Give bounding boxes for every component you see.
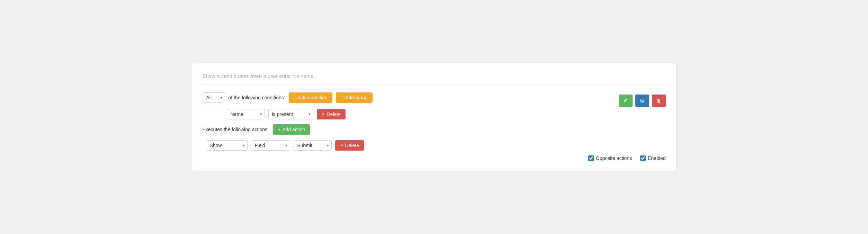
copy-button[interactable]: ⧉: [635, 94, 649, 107]
action-target-select-wrap: Submit Name Email: [294, 140, 332, 151]
opposite-actions-label: Opposite actions: [596, 155, 632, 161]
rule-card: Show submit button when a user enter his…: [192, 63, 677, 171]
bottom-right: Opposite actions Enabled: [203, 155, 666, 161]
trash-icon: 🗑: [656, 98, 661, 104]
action-target-select[interactable]: Submit Name Email: [294, 140, 332, 151]
check-icon: ✓: [623, 97, 628, 105]
action-row: Show Hide Enable Disable Field Component…: [203, 140, 666, 151]
operator-select-wrap: is present is not present equals not equ…: [268, 109, 313, 119]
add-condition-button[interactable]: + Add condition: [289, 92, 332, 103]
delete-rule-button[interactable]: 🗑: [652, 94, 666, 107]
plus-icon-group: +: [341, 95, 343, 100]
action-type-select[interactable]: Show Hide Enable Disable: [206, 140, 248, 151]
action-field-type-select[interactable]: Field Component Page: [251, 140, 290, 151]
condition-delete-label: Delete: [327, 111, 341, 117]
action-delete-label: Delete: [345, 143, 359, 148]
opposite-actions-checkbox[interactable]: [588, 155, 594, 161]
copy-icon: ⧉: [640, 98, 644, 104]
x-icon-condition: ✕: [322, 112, 325, 117]
action-delete-button[interactable]: ✕ Delete: [335, 140, 364, 151]
condition-delete-button[interactable]: ✕ Delete: [317, 109, 346, 119]
all-select[interactable]: All Any: [203, 92, 225, 103]
add-action-button[interactable]: + Add action: [273, 124, 310, 135]
executes-row: Executes the following actions: + Add ac…: [203, 124, 666, 135]
add-group-button[interactable]: + Add group: [336, 92, 373, 103]
of-following-text: of the following conditions:: [229, 95, 285, 100]
x-icon-action: ✕: [340, 143, 343, 148]
enabled-checkbox[interactable]: [640, 155, 646, 161]
action-field-type-select-wrap: Field Component Page: [251, 140, 290, 151]
executes-label: Executes the following actions:: [203, 127, 269, 132]
action-type-select-wrap: Show Hide Enable Disable: [206, 140, 248, 151]
rule-title: Show submit button when a user enter his…: [203, 73, 666, 85]
toolbar-right: ✓ ⧉ 🗑: [619, 94, 666, 107]
opposite-actions-checkbox-label[interactable]: Opposite actions: [588, 155, 632, 161]
add-group-label: Add group: [345, 95, 368, 100]
operator-select[interactable]: is present is not present equals not equ…: [268, 109, 313, 119]
field-select[interactable]: Name Email Phone: [227, 109, 265, 119]
conditions-header-row: All Any of the following conditions: + A…: [203, 92, 666, 103]
enabled-checkbox-label[interactable]: Enabled: [640, 155, 665, 161]
add-action-label: Add action: [282, 127, 305, 132]
enabled-label: Enabled: [648, 155, 665, 161]
plus-icon: +: [294, 95, 296, 100]
all-select-wrap: All Any: [203, 92, 225, 103]
plus-icon-action: +: [278, 127, 280, 132]
add-condition-label: Add condition: [298, 95, 328, 100]
field-select-wrap: Name Email Phone: [227, 109, 265, 119]
confirm-button[interactable]: ✓: [619, 94, 633, 107]
condition-row: Name Email Phone is present is not prese…: [203, 109, 666, 119]
